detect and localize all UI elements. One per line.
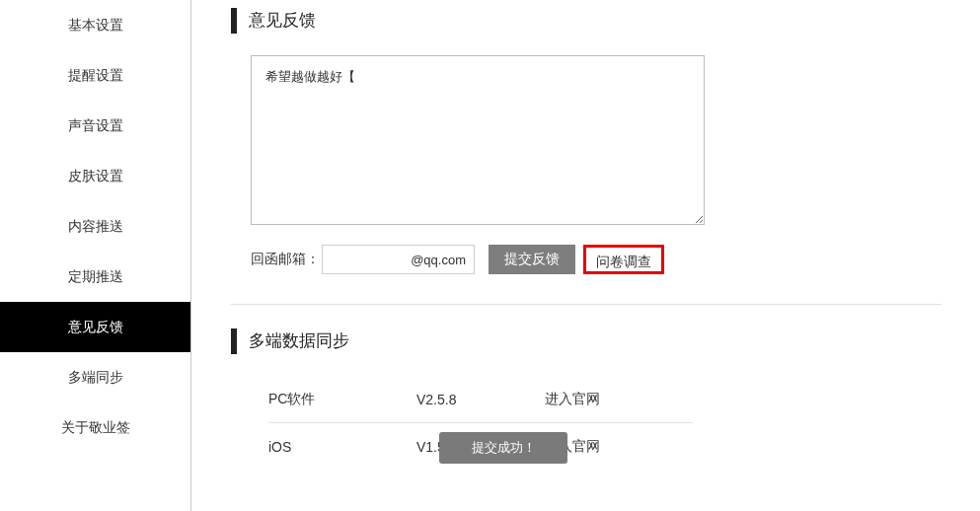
sidebar-item-content[interactable]: 内容推送 [0,201,190,252]
sync-version: V2.5.8 [416,392,545,407]
sidebar-item-skin[interactable]: 皮肤设置 [0,151,190,201]
sync-row-pc: PC软件 V2.5.8 进入官网 [268,376,693,423]
sidebar-item-label: 声音设置 [68,117,123,133]
sidebar-item-label: 内容推送 [68,218,123,234]
sync-platform-name: PC软件 [268,391,416,408]
sync-platform-name: iOS [268,439,416,455]
sidebar-item-sound[interactable]: 声音设置 [0,101,190,151]
sync-version: V1.5.2 [416,439,545,455]
submit-feedback-button[interactable]: 提交反馈 [489,245,575,274]
feedback-textarea[interactable]: 希望越做越好【 [251,55,705,225]
sync-link-ios[interactable]: 进入官网 [545,438,600,456]
sidebar-item-label: 意见反馈 [68,319,123,334]
sidebar-item-feedback[interactable]: 意见反馈 [0,302,190,352]
email-input[interactable] [322,245,475,274]
sync-row-ios: iOS V1.5.2 进入官网 [268,423,693,471]
main-panel: 意见反馈 希望越做越好【 回函邮箱： 提交反馈 问卷调查 多端数据同步 PC软件… [191,0,980,511]
sidebar-item-label: 皮肤设置 [68,168,123,183]
sync-table: PC软件 V2.5.8 进入官网 iOS V1.5.2 进入官网 [268,376,941,471]
sidebar: 基本设置 提醒设置 声音设置 皮肤设置 内容推送 定期推送 意见反馈 多端同步 … [0,0,191,511]
section-title-sync: 多端数据同步 [231,328,941,354]
sidebar-item-label: 关于敬业签 [61,419,130,435]
survey-link[interactable]: 问卷调查 [583,245,664,274]
sidebar-item-label: 基本设置 [68,17,123,33]
sidebar-item-label: 定期推送 [68,268,123,284]
sync-section: 多端数据同步 PC软件 V2.5.8 进入官网 iOS V1.5.2 进入官网 [231,305,941,471]
sidebar-item-remind[interactable]: 提醒设置 [0,50,190,101]
sidebar-item-label: 提醒设置 [68,67,123,83]
sidebar-item-basic[interactable]: 基本设置 [0,0,190,50]
sidebar-item-sync[interactable]: 多端同步 [0,352,190,402]
sidebar-item-periodic[interactable]: 定期推送 [0,252,190,302]
feedback-section: 意见反馈 希望越做越好【 回函邮箱： 提交反馈 问卷调查 [231,0,941,274]
email-label: 回函邮箱： [251,251,320,268]
sidebar-item-about[interactable]: 关于敬业签 [0,402,190,453]
sidebar-item-label: 多端同步 [68,369,123,385]
section-title-feedback: 意见反馈 [231,8,941,34]
sync-link-pc[interactable]: 进入官网 [545,391,600,408]
